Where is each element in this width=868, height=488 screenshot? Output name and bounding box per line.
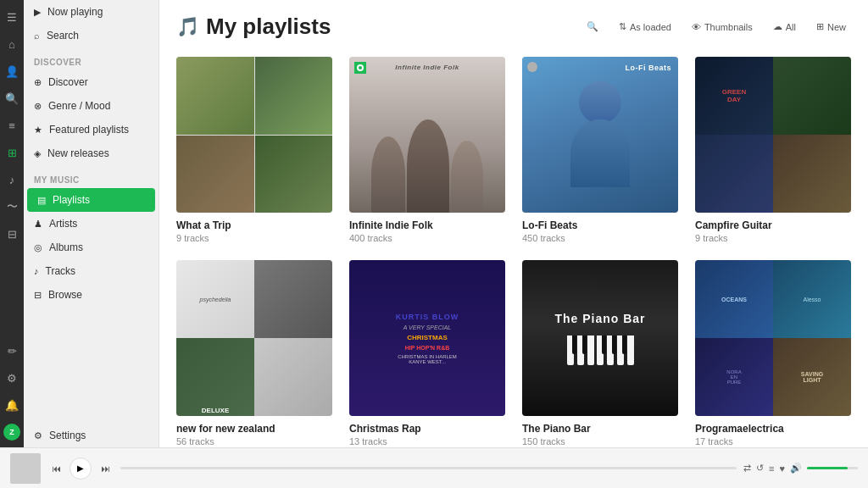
view-icon: 👁 [692, 22, 701, 32]
settings-icon-bar[interactable]: ⚙ [3, 369, 20, 386]
shuffle-button[interactable]: ⇄ [743, 463, 751, 474]
playlist-cover-campfire: GREENDAY [695, 57, 851, 213]
sort-icon: ⇅ [619, 21, 626, 32]
playlist-card-nfnz[interactable]: psychedelia DELUXE new for new zealand 5… [176, 260, 332, 446]
browse-icon: ⊟ [34, 290, 42, 301]
spotify-indicator [354, 62, 366, 74]
view-btn[interactable]: 👁 Thumbnails [687, 19, 758, 36]
playlist-name: Campfire Guitar [695, 219, 851, 231]
play-button[interactable]: ▶ [70, 458, 92, 480]
playlist-name: Infinite Indie Folk [349, 219, 505, 231]
search-nav-icon: ⌕ [34, 30, 40, 41]
volume-fill [807, 467, 848, 469]
progress-bar[interactable] [120, 467, 737, 469]
lofi-title: Lo-Fi Beats [625, 64, 671, 72]
home-icon[interactable]: ⌂ [3, 36, 20, 53]
sidebar-item-discover[interactable]: ⊕ Discover [24, 70, 159, 94]
playlist-card-piano[interactable]: The Piano Bar [522, 260, 678, 446]
playlist-grid: What a Trip 9 tracks Infinite Indie Folk [176, 57, 851, 446]
playlist-name: Christmas Rap [349, 423, 505, 435]
sidebar-item-genre[interactable]: ⊗ Genre / Mood [24, 94, 159, 118]
main-content: 🎵 My playlists 🔍 ⇅ As loaded 👁 Thumbnail… [159, 0, 868, 447]
playlist-name: The Piano Bar [522, 423, 678, 435]
wave-icon[interactable]: 〜 [3, 198, 20, 215]
playlist-tracks: 400 tracks [349, 233, 505, 243]
now-playing-icon: ▶ [34, 7, 41, 18]
playlists-icon: ▤ [37, 195, 46, 206]
albums-icon: ◎ [34, 242, 42, 253]
playlist-cover-what-a-trip [176, 57, 332, 213]
xmas-sub-text: A VERY SPECIAL [403, 324, 452, 330]
menu-icon[interactable]: ☰ [3, 8, 20, 25]
sidebar-item-featured[interactable]: ★ Featured playlists [24, 118, 159, 141]
volume-bar[interactable] [807, 467, 858, 469]
list-icon[interactable]: ≡ [3, 117, 20, 134]
filter-icon: ☁ [773, 21, 782, 32]
sidebar-item-playlists[interactable]: ▤ Playlists [27, 188, 155, 212]
queue-button[interactable]: ≡ [769, 463, 774, 474]
discover-icon: ⊕ [34, 77, 42, 88]
user-avatar[interactable]: Z [3, 424, 20, 441]
playlist-card-programa[interactable]: OCEANS Alesso NORAENPURE SAVINGLIGHT Pro… [695, 260, 851, 446]
lofi-indicator [527, 62, 537, 72]
like-button[interactable]: ♥ [779, 463, 785, 474]
sidebar-item-albums[interactable]: ◎ Albums [24, 236, 159, 259]
music-icon[interactable]: ♪ [3, 171, 20, 188]
next-button[interactable]: ⏭ [97, 460, 114, 477]
playlist-tracks: 13 tracks [349, 436, 505, 446]
playlist-card-what-a-trip[interactable]: What a Trip 9 tracks [176, 57, 332, 243]
grid-icon[interactable]: ⊞ [3, 144, 20, 161]
bell-icon[interactable]: 🔔 [3, 396, 20, 413]
header-left: 🎵 My playlists [176, 14, 331, 40]
kurtis-blow-text: KURTIS BLOW [396, 313, 459, 321]
my-music-section-label: MY MUSIC [24, 165, 159, 188]
new-releases-icon: ◈ [34, 148, 41, 159]
player-thumbnail [10, 453, 41, 484]
new-btn[interactable]: ⊞ New [811, 18, 851, 36]
playlist-tracks: 150 tracks [522, 436, 678, 446]
sidebar-item-tracks[interactable]: ♪ Tracks [24, 259, 159, 283]
speaker-button[interactable]: 🔊 [790, 463, 802, 474]
playlist-card-xmas[interactable]: KURTIS BLOW A VERY SPECIAL CHRISTMAS HIP… [349, 260, 505, 446]
sidebar-item-search[interactable]: ⌕ Search [24, 24, 159, 47]
sidebar-item-browse[interactable]: ⊟ Browse [24, 283, 159, 307]
playlist-cover-nfnz: psychedelia DELUXE [176, 260, 332, 416]
filter-btn[interactable]: ☁ All [768, 18, 801, 36]
eq-icon[interactable]: ⊟ [3, 225, 20, 242]
playlist-card-lofi[interactable]: Lo-Fi Beats Lo-Fi Beats 450 tracks [522, 57, 678, 243]
artists-icon: ♟ [34, 219, 42, 230]
playlist-tracks: 17 tracks [695, 436, 851, 446]
playlist-card-indie-folk[interactable]: Infinite Indie Folk Infinite Indie Folk [349, 57, 505, 243]
playlist-title-icon: 🎵 [176, 16, 199, 38]
search-toolbar-btn[interactable]: 🔍 [581, 18, 604, 36]
featured-icon: ★ [34, 125, 42, 136]
playlist-name: new for new zealand [176, 423, 332, 435]
new-icon: ⊞ [816, 21, 824, 32]
playlist-tracks: 56 tracks [176, 436, 332, 446]
prev-button[interactable]: ⏮ [47, 460, 64, 477]
sidebar-item-now-playing[interactable]: ▶ Now playing [24, 0, 159, 24]
search-icon-bar[interactable]: 🔍 [3, 90, 20, 107]
playlist-cover-lofi: Lo-Fi Beats [522, 57, 678, 213]
sort-btn[interactable]: ⇅ As loaded [614, 18, 676, 36]
person-icon[interactable]: 👤 [3, 63, 20, 80]
sidebar-item-new-releases[interactable]: ◈ New releases [24, 141, 159, 165]
playlist-cover-indie-folk: Infinite Indie Folk [349, 57, 505, 213]
playlist-name: Lo-Fi Beats [522, 219, 678, 231]
page-title: My playlists [206, 14, 331, 40]
sidebar: ▶ Now playing ⌕ Search DISCOVER ⊕ Discov… [24, 0, 159, 447]
playlist-tracks: 9 tracks [695, 233, 851, 243]
piano-bar-title: The Piano Bar [554, 312, 645, 325]
playlist-cover-xmas: KURTIS BLOW A VERY SPECIAL CHRISTMAS HIP… [349, 260, 505, 416]
repeat-button[interactable]: ↺ [756, 463, 764, 474]
playlist-cover-programa: OCEANS Alesso NORAENPURE SAVINGLIGHT [695, 260, 851, 416]
hiphop-text: HIP HOP'N R&B [405, 345, 450, 351]
search-toolbar-icon: 🔍 [587, 21, 598, 32]
edit-icon[interactable]: ✏ [3, 342, 20, 359]
sidebar-item-settings[interactable]: ⚙ Settings [24, 424, 159, 447]
genre-icon: ⊗ [34, 101, 42, 112]
playlist-tracks: 450 tracks [522, 233, 678, 243]
sidebar-item-artists[interactable]: ♟ Artists [24, 212, 159, 236]
sidebar-top-nav: ▶ Now playing ⌕ Search [24, 0, 159, 47]
playlist-card-campfire[interactable]: GREENDAY Campfire Guitar 9 tracks [695, 57, 851, 243]
